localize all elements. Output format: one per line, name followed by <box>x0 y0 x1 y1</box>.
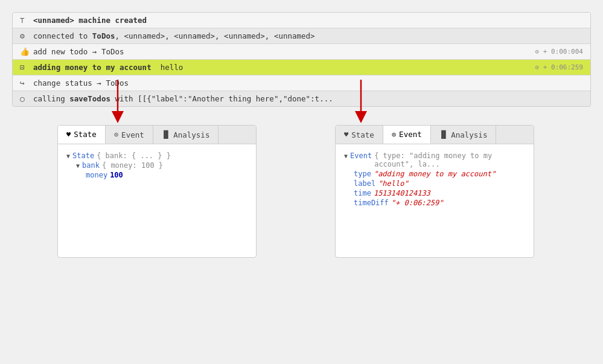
event-icon: ⊡ <box>20 63 30 72</box>
event-tab-icon: ⊙ <box>114 130 118 139</box>
log-row[interactable]: 👍 add new todo → ToDos ⊙ + 0:00:004 <box>13 44 590 60</box>
log-text: calling saveTodos with [[{"label":"Anoth… <box>33 94 333 103</box>
log-row-left: ⊤ <unnamed> machine created <box>20 16 147 25</box>
tree-key-label: label <box>354 179 375 188</box>
connected-icon: ⚙ <box>20 31 30 40</box>
tree-value-time: 1513140124133 <box>374 189 430 197</box>
analysis-icon: ▐▌ <box>162 130 170 139</box>
add-icon: 👍 <box>20 47 30 56</box>
tree-root: ▼ State { bank: { ... } } <box>66 152 247 160</box>
caret-icon: ▼ <box>76 162 80 169</box>
tab-event-right[interactable]: ⊙ Event <box>383 126 431 144</box>
tab-label: State <box>351 130 374 139</box>
machine-icon: ⊤ <box>20 16 30 25</box>
tree-key-timediff: timeDiff <box>354 199 389 207</box>
tree-key-bank: bank <box>82 161 100 170</box>
tree-value-money: 100 <box>110 171 123 179</box>
analysis-icon: ▐▌ <box>439 130 448 139</box>
panels-container: ♥ State ⊙ Event ▐▌ Analysis ▼ State { ba… <box>12 125 591 258</box>
tree-node: ▼ bank { money: 100 } <box>76 161 247 170</box>
log-row-left: ○ calling saveTodos with [[{"label":"Ano… <box>20 94 333 103</box>
right-panel-content: ▼ Event { type: "adding money to my acco… <box>336 144 534 214</box>
tree-key: Event <box>350 152 372 160</box>
tab-state-right[interactable]: ♥ State <box>336 126 383 144</box>
tree-value-label: "hello" <box>378 179 409 188</box>
tree-leaf: money 100 <box>86 171 247 179</box>
log-text: <unnamed> machine created <box>33 16 147 25</box>
log-text: change status → ToDos <box>33 78 129 88</box>
tree-meta: { bank: { ... } } <box>97 152 171 160</box>
tree-key: State <box>72 152 94 160</box>
log-row[interactable]: ↪ change status → ToDos <box>13 75 590 91</box>
tree-value-type: "adding money to my account" <box>374 170 496 178</box>
right-tab-bar: ♥ State ⊙ Event ▐▌ Analysis <box>336 126 534 144</box>
tree-leaf: label "hello" <box>354 179 525 188</box>
tab-event-left[interactable]: ⊙ Event <box>106 126 153 144</box>
log-row-highlighted[interactable]: ⊡ adding money to my account hello ⊙ + 0… <box>13 60 590 75</box>
left-tab-bar: ♥ State ⊙ Event ▐▌ Analysis <box>58 126 256 144</box>
left-panel-content: ▼ State { bank: { ... } } ▼ bank { money… <box>58 144 256 187</box>
tree-leaf: time 1513140124133 <box>354 189 525 197</box>
log-text: adding money to my account hello <box>33 63 183 72</box>
heart-icon: ♥ <box>66 130 71 139</box>
tab-label: State <box>74 130 97 139</box>
tree-key-money: money <box>86 171 107 179</box>
tab-analysis-left[interactable]: ▐▌ Analysis <box>153 126 219 144</box>
tab-analysis-right[interactable]: ▐▌ Analysis <box>431 126 497 144</box>
log-text: connected to ToDos, <unnamed>, <unnamed>… <box>33 31 315 40</box>
log-row-left: ⊡ adding money to my account hello <box>20 63 183 72</box>
right-detail-panel: ♥ State ⊙ Event ▐▌ Analysis ▼ Event { ty… <box>335 125 534 258</box>
log-panel: ⊤ <unnamed> machine created ⚙ connected … <box>12 12 591 107</box>
tab-state-left[interactable]: ♥ State <box>58 126 106 144</box>
log-time: ⊙ + 0:06:259 <box>535 63 583 71</box>
tree-value-timediff: "+ 0:06:259" <box>391 199 444 207</box>
event-tab-icon: ⊙ <box>392 130 396 139</box>
change-icon: ↪ <box>20 78 30 88</box>
tree-key-type: type <box>354 170 371 178</box>
log-row-left: ⚙ connected to ToDos, <unnamed>, <unname… <box>20 31 315 40</box>
tree-leaf: timeDiff "+ 0:06:259" <box>354 199 525 207</box>
tree-root: ▼ Event { type: "adding money to my acco… <box>344 152 525 168</box>
tree-meta: { type: "adding money to my account", la… <box>374 152 525 168</box>
heart-icon: ♥ <box>344 130 348 139</box>
caret-icon: ▼ <box>344 153 348 159</box>
log-row[interactable]: ⊤ <unnamed> machine created <box>13 13 590 28</box>
tree-leaf: type "adding money to my account" <box>354 170 525 178</box>
log-row[interactable]: ⚙ connected to ToDos, <unnamed>, <unname… <box>13 28 590 44</box>
left-detail-panel: ♥ State ⊙ Event ▐▌ Analysis ▼ State { ba… <box>57 125 257 258</box>
tab-label: Analysis <box>173 130 209 139</box>
tab-label: Event <box>121 130 144 139</box>
caret-icon: ▼ <box>66 153 70 159</box>
log-row-left: 👍 add new todo → ToDos <box>20 47 124 56</box>
tree-key-time: time <box>354 189 371 197</box>
log-label: <unnamed> machine created <box>33 16 147 25</box>
calling-icon: ○ <box>20 94 30 103</box>
log-row-left: ↪ change status → ToDos <box>20 78 129 88</box>
tab-label: Event <box>399 130 422 139</box>
log-text: add new todo → ToDos <box>33 47 124 56</box>
log-row[interactable]: ○ calling saveTodos with [[{"label":"Ano… <box>13 91 590 106</box>
log-time: ⊙ + 0:00:004 <box>535 48 583 56</box>
tree-meta: { money: 100 } <box>102 161 163 170</box>
tab-label: Analysis <box>451 130 487 139</box>
